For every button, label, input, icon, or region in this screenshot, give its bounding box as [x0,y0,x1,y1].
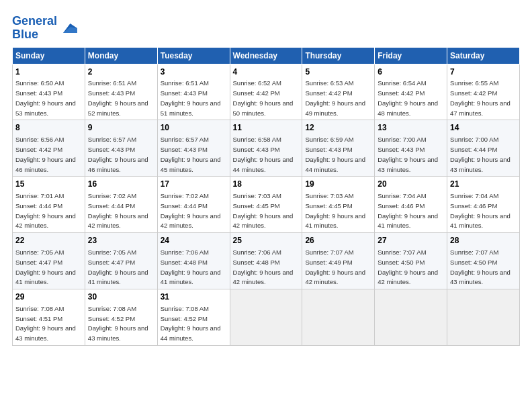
day-detail: Sunrise: 7:01 AMSunset: 4:44 PMDaylight:… [15,192,76,229]
day-detail: Sunrise: 7:08 AMSunset: 4:51 PMDaylight:… [15,305,76,342]
day-number: 14 [450,122,517,134]
calendar-cell: 26Sunrise: 7:07 AMSunset: 4:49 PMDayligh… [302,233,375,289]
day-number: 19 [305,179,371,190]
calendar-cell: 7Sunrise: 6:55 AMSunset: 4:42 PMDaylight… [447,64,520,120]
day-detail: Sunrise: 7:03 AMSunset: 4:45 PMDaylight:… [233,192,294,229]
day-number: 7 [450,66,517,78]
calendar-cell: 1Sunrise: 6:50 AMSunset: 4:43 PMDaylight… [13,64,85,120]
day-number: 20 [378,179,444,190]
calendar-week-1: 1Sunrise: 6:50 AMSunset: 4:43 PMDaylight… [13,64,520,120]
svg-marker-1 [63,27,77,33]
day-number: 28 [450,235,517,246]
day-detail: Sunrise: 7:05 AMSunset: 4:47 PMDaylight:… [15,248,76,285]
page-header: General Blue [12,12,520,42]
day-detail: Sunrise: 6:51 AMSunset: 4:43 PMDaylight:… [161,79,221,116]
day-number: 30 [88,291,154,303]
day-detail: Sunrise: 7:02 AMSunset: 4:44 PMDaylight:… [88,192,148,229]
day-number: 9 [88,122,154,134]
calendar-cell: 18Sunrise: 7:03 AMSunset: 4:45 PMDayligh… [230,177,302,233]
calendar-header-monday: Monday [85,47,157,64]
day-detail: Sunrise: 6:52 AMSunset: 4:42 PMDaylight:… [233,79,294,116]
day-number: 25 [233,235,300,246]
day-number: 27 [378,235,444,246]
calendar-page: General Blue SundayMondayTuesdayWednesda… [0,0,532,353]
day-detail: Sunrise: 6:55 AMSunset: 4:42 PMDaylight:… [450,79,511,116]
calendar-cell: 28Sunrise: 7:07 AMSunset: 4:50 PMDayligh… [447,233,520,289]
day-detail: Sunrise: 6:58 AMSunset: 4:43 PMDaylight:… [233,136,294,173]
day-number: 11 [233,122,300,134]
day-detail: Sunrise: 7:02 AMSunset: 4:44 PMDaylight:… [161,192,221,229]
day-detail: Sunrise: 7:04 AMSunset: 4:46 PMDaylight:… [450,192,511,229]
day-number: 3 [161,66,227,78]
day-number: 13 [378,122,444,134]
day-detail: Sunrise: 6:59 AMSunset: 4:43 PMDaylight:… [305,136,365,173]
day-number: 6 [378,66,444,78]
logo: General Blue [12,15,77,42]
calendar-cell: 2Sunrise: 6:51 AMSunset: 4:43 PMDaylight… [85,64,157,120]
day-detail: Sunrise: 7:08 AMSunset: 4:52 PMDaylight:… [161,305,221,342]
day-number: 22 [15,235,82,246]
day-number: 15 [15,179,82,190]
calendar-table: SundayMondayTuesdayWednesdayThursdayFrid… [12,47,520,346]
calendar-cell: 15Sunrise: 7:01 AMSunset: 4:44 PMDayligh… [13,177,85,233]
day-number: 23 [88,235,154,246]
day-number: 5 [305,66,371,78]
day-number: 16 [88,179,154,190]
day-detail: Sunrise: 7:06 AMSunset: 4:48 PMDaylight:… [233,248,294,285]
day-detail: Sunrise: 7:04 AMSunset: 4:46 PMDaylight:… [378,192,438,229]
calendar-week-2: 8Sunrise: 6:56 AMSunset: 4:42 PMDaylight… [13,120,520,177]
day-detail: Sunrise: 7:03 AMSunset: 4:45 PMDaylight:… [305,192,365,229]
calendar-week-3: 15Sunrise: 7:01 AMSunset: 4:44 PMDayligh… [13,177,520,233]
day-detail: Sunrise: 7:05 AMSunset: 4:47 PMDaylight:… [88,248,148,285]
day-detail: Sunrise: 7:00 AMSunset: 4:44 PMDaylight:… [450,136,511,173]
day-detail: Sunrise: 7:07 AMSunset: 4:49 PMDaylight:… [305,248,365,285]
day-detail: Sunrise: 7:00 AMSunset: 4:43 PMDaylight:… [378,136,438,173]
calendar-cell: 29Sunrise: 7:08 AMSunset: 4:51 PMDayligh… [13,289,85,346]
calendar-cell: 12Sunrise: 6:59 AMSunset: 4:43 PMDayligh… [302,120,375,177]
logo-icon [58,19,77,38]
day-number: 1 [15,66,82,78]
day-number: 4 [233,66,300,78]
day-number: 24 [161,235,227,246]
calendar-cell: 19Sunrise: 7:03 AMSunset: 4:45 PMDayligh… [302,177,375,233]
calendar-header-wednesday: Wednesday [230,47,302,64]
calendar-cell: 22Sunrise: 7:05 AMSunset: 4:47 PMDayligh… [13,233,85,289]
day-number: 18 [233,179,300,190]
calendar-week-4: 22Sunrise: 7:05 AMSunset: 4:47 PMDayligh… [13,233,520,289]
calendar-cell: 3Sunrise: 6:51 AMSunset: 4:43 PMDaylight… [157,64,230,120]
calendar-cell: 21Sunrise: 7:04 AMSunset: 4:46 PMDayligh… [447,177,520,233]
calendar-cell: 5Sunrise: 6:53 AMSunset: 4:42 PMDaylight… [302,64,375,120]
calendar-cell [302,289,375,346]
day-detail: Sunrise: 7:07 AMSunset: 4:50 PMDaylight:… [378,248,438,285]
calendar-cell: 31Sunrise: 7:08 AMSunset: 4:52 PMDayligh… [157,289,230,346]
day-detail: Sunrise: 6:54 AMSunset: 4:42 PMDaylight:… [378,79,438,116]
day-number: 29 [15,291,82,303]
day-number: 17 [161,179,227,190]
calendar-cell: 25Sunrise: 7:06 AMSunset: 4:48 PMDayligh… [230,233,302,289]
calendar-cell: 27Sunrise: 7:07 AMSunset: 4:50 PMDayligh… [375,233,447,289]
calendar-cell: 23Sunrise: 7:05 AMSunset: 4:47 PMDayligh… [85,233,157,289]
calendar-cell: 11Sunrise: 6:58 AMSunset: 4:43 PMDayligh… [230,120,302,177]
logo-text: General [12,15,57,28]
calendar-header-sunday: Sunday [13,47,85,64]
day-number: 10 [161,122,227,134]
calendar-cell: 6Sunrise: 6:54 AMSunset: 4:42 PMDaylight… [375,64,447,120]
calendar-cell: 20Sunrise: 7:04 AMSunset: 4:46 PMDayligh… [375,177,447,233]
day-number: 31 [161,291,227,303]
day-number: 26 [305,235,371,246]
day-detail: Sunrise: 6:51 AMSunset: 4:43 PMDaylight:… [88,79,148,116]
day-number: 21 [450,179,517,190]
day-number: 2 [88,66,154,78]
day-detail: Sunrise: 7:07 AMSunset: 4:50 PMDaylight:… [450,248,511,285]
calendar-cell: 4Sunrise: 6:52 AMSunset: 4:42 PMDaylight… [230,64,302,120]
day-number: 12 [305,122,371,134]
day-detail: Sunrise: 6:56 AMSunset: 4:42 PMDaylight:… [15,136,76,173]
day-detail: Sunrise: 7:08 AMSunset: 4:52 PMDaylight:… [88,305,148,342]
calendar-header-thursday: Thursday [302,47,375,64]
calendar-cell: 13Sunrise: 7:00 AMSunset: 4:43 PMDayligh… [375,120,447,177]
day-detail: Sunrise: 6:50 AMSunset: 4:43 PMDaylight:… [15,79,76,116]
day-detail: Sunrise: 6:57 AMSunset: 4:43 PMDaylight:… [88,136,148,173]
calendar-header-tuesday: Tuesday [157,47,230,64]
calendar-cell [375,289,447,346]
calendar-cell [230,289,302,346]
